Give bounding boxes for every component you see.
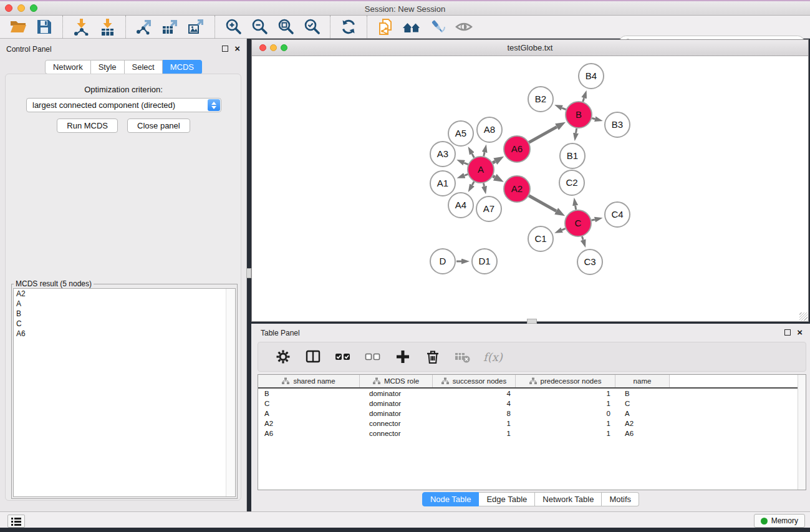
graph-node-A8[interactable]: A8 — [477, 117, 502, 142]
column-header-name[interactable]: name — [615, 375, 670, 387]
graph-edge-B-B4[interactable] — [583, 98, 584, 102]
delete-columns-icon[interactable] — [423, 347, 442, 366]
table-tab-node-table[interactable]: Node Table — [422, 492, 480, 506]
graph-edge-A6-B[interactable] — [529, 127, 557, 142]
tab-select[interactable]: Select — [125, 60, 163, 74]
run-mcds-button[interactable]: Run MCDS — [57, 118, 118, 133]
show-hide-style-icon[interactable] — [428, 17, 447, 36]
graph-node-C1[interactable]: C1 — [528, 226, 553, 251]
graph-edge-A-A3[interactable] — [464, 163, 468, 165]
graph-edge-A2-C[interactable] — [529, 196, 556, 211]
mcds-result-item[interactable]: A6 — [14, 329, 235, 339]
graph-node-B4[interactable]: B4 — [579, 64, 604, 89]
graph-node-D[interactable]: D — [430, 249, 455, 274]
import-network-icon[interactable] — [72, 17, 90, 36]
graph-edge-A-A4[interactable] — [472, 181, 474, 185]
zoom-selected-icon[interactable] — [302, 17, 321, 36]
graph-edge-B-B3[interactable] — [592, 118, 595, 118]
graph-node-A6[interactable]: A6 — [504, 136, 530, 162]
task-history-button[interactable] — [7, 515, 25, 528]
graph-node-B[interactable]: B — [566, 102, 592, 128]
tab-style[interactable]: Style — [91, 60, 125, 74]
export-network-icon[interactable] — [135, 17, 153, 36]
vertical-splitter-handle[interactable] — [246, 268, 251, 278]
table-row[interactable]: Cdominator41C — [258, 399, 806, 409]
zoom-out-icon[interactable] — [250, 17, 269, 36]
graph-node-A1[interactable]: A1 — [430, 171, 455, 196]
open-session-icon[interactable] — [9, 17, 27, 36]
table-row[interactable]: Adominator80A — [258, 409, 806, 418]
column-header-shared-name[interactable]: shared name — [258, 375, 360, 387]
graph-edge-A-A6[interactable] — [493, 162, 495, 163]
export-image-icon[interactable] — [187, 17, 206, 36]
table-tab-motifs[interactable]: Motifs — [602, 492, 639, 506]
table-row[interactable]: Bdominator41B — [258, 389, 806, 399]
mcds-result-item[interactable]: B — [14, 309, 235, 319]
tab-network[interactable]: Network — [45, 60, 91, 74]
close-table-panel-icon[interactable]: × — [797, 329, 803, 336]
column-header-predecessor-nodes[interactable]: predecessor nodes — [516, 375, 615, 387]
mcds-result-item[interactable]: A2 — [14, 289, 235, 299]
table-tab-network-table[interactable]: Network Table — [535, 492, 602, 506]
mcds-result-list[interactable]: A2ABCA6 — [13, 288, 236, 497]
table-tab-edge-table[interactable]: Edge Table — [479, 492, 535, 506]
zoom-in-icon[interactable] — [224, 17, 243, 36]
mcds-result-item[interactable]: C — [14, 319, 235, 329]
graph-edge-A-A1[interactable] — [465, 174, 468, 175]
graph-edge-B-B2[interactable] — [562, 108, 566, 110]
graph-edge-C-C4[interactable] — [591, 220, 594, 220]
mcds-result-item[interactable]: A — [14, 299, 235, 309]
graph-edge-A-A5[interactable] — [472, 153, 474, 157]
tab-mcds[interactable]: MCDS — [163, 60, 202, 74]
network-window-titlebar[interactable]: testGlobe.txt — [252, 40, 808, 56]
graph-edge-A-A2[interactable] — [493, 176, 494, 177]
import-table-icon[interactable] — [98, 17, 117, 36]
float-panel-icon[interactable] — [222, 46, 228, 52]
graph-edge-A-A7[interactable] — [483, 183, 484, 186]
graph-node-A5[interactable]: A5 — [448, 121, 473, 146]
optimization-criterion-dropdown[interactable]: largest connected component (directed) — [26, 98, 221, 112]
graph-node-C2[interactable]: C2 — [559, 170, 584, 195]
show-column-panel-icon[interactable] — [304, 347, 322, 366]
graph-node-D1[interactable]: D1 — [472, 249, 497, 274]
graph-node-A[interactable]: A — [468, 157, 494, 183]
graph-node-B3[interactable]: B3 — [605, 112, 630, 137]
graph-node-B2[interactable]: B2 — [528, 87, 553, 112]
horizontal-splitter-handle[interactable] — [527, 319, 537, 324]
window-resize-grip[interactable] — [799, 312, 808, 321]
table-row[interactable]: A2connector11A2 — [258, 418, 806, 428]
graph-node-A3[interactable]: A3 — [430, 142, 455, 167]
create-new-column-icon[interactable] — [393, 347, 412, 366]
refresh-layout-icon[interactable] — [339, 17, 358, 36]
column-header-successor-nodes[interactable]: successor nodes — [433, 375, 516, 387]
network-canvas[interactable]: AA1A2A3A4A5A6A7A8BB1B2B3B4CC1C2C3C4DD1 — [252, 56, 808, 321]
memory-button[interactable]: Memory — [754, 514, 805, 528]
graph-edge-C-C2[interactable] — [576, 206, 576, 210]
graph-node-A2[interactable]: A2 — [504, 176, 530, 202]
new-network-from-selection-icon[interactable] — [376, 17, 395, 36]
table-row[interactable]: A6connector11A6 — [258, 428, 806, 438]
column-header-MCDS-role[interactable]: MCDS role — [360, 375, 433, 387]
graph-node-A7[interactable]: A7 — [476, 196, 501, 221]
graph-node-C[interactable]: C — [565, 210, 591, 236]
save-session-icon[interactable] — [35, 17, 54, 36]
close-panel-icon[interactable]: × — [234, 46, 240, 52]
graph-edge-B-B1[interactable] — [576, 128, 577, 133]
graph-node-C3[interactable]: C3 — [577, 249, 602, 274]
export-table-icon[interactable] — [161, 17, 180, 36]
select-all-checkboxes-icon[interactable] — [334, 347, 352, 366]
settings-gear-icon[interactable] — [274, 347, 292, 366]
graph-edge-C-C3[interactable] — [582, 236, 583, 240]
graph-node-A4[interactable]: A4 — [448, 193, 473, 218]
zoom-fit-icon[interactable] — [276, 17, 295, 36]
result-list-scrollbar[interactable] — [226, 289, 235, 496]
graph-node-C4[interactable]: C4 — [605, 202, 630, 227]
float-table-panel-icon[interactable] — [784, 329, 791, 336]
close-panel-button[interactable]: Close panel — [127, 118, 190, 133]
graph-edge-C-C1[interactable] — [562, 228, 566, 230]
home-icon[interactable] — [402, 17, 421, 36]
graph-node-B1[interactable]: B1 — [560, 143, 585, 168]
table-scrollbar[interactable] — [798, 375, 806, 490]
graph-edge-A-A8[interactable] — [484, 152, 485, 156]
show-hide-view-icon[interactable] — [455, 17, 473, 36]
